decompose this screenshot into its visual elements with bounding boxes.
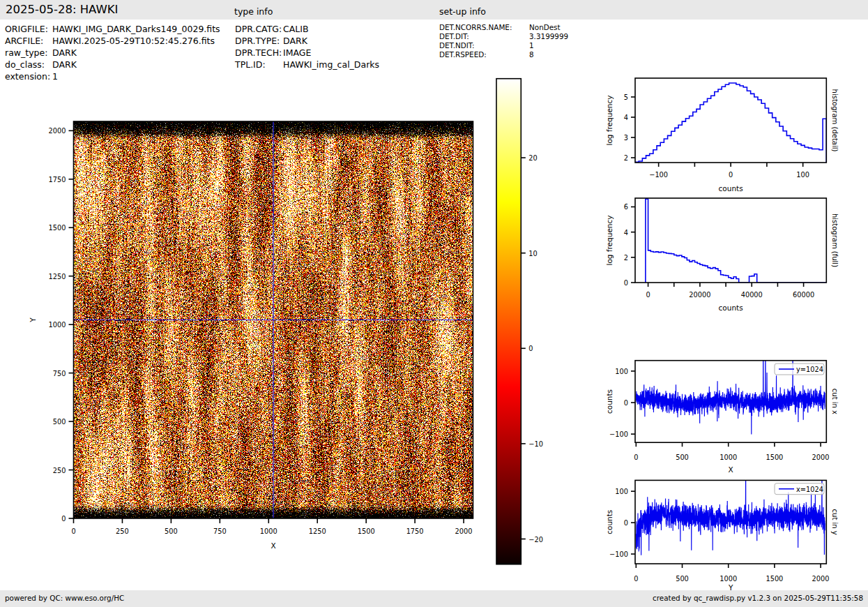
- y-axis-label: Y: [29, 317, 37, 323]
- y-tick-label: 500: [53, 418, 66, 426]
- y-tick-label: 2000: [49, 127, 66, 135]
- side-label: histogram (full): [831, 213, 839, 267]
- x-tick-label: 1500: [766, 575, 783, 583]
- x-tick-label: 1000: [719, 454, 737, 461]
- y-tick-label: 0: [61, 515, 66, 523]
- footer-band: powered by QC: www.eso.org/HC created by…: [0, 590, 868, 607]
- side-label: cut in x: [831, 389, 839, 414]
- x-tick-label: 1000: [719, 575, 737, 583]
- x-tick-label: 0: [646, 291, 650, 299]
- y-tick-label: 5: [624, 93, 628, 101]
- x-tick-label: 750: [213, 527, 227, 535]
- x-tick-label: 40000: [741, 291, 763, 299]
- axes-overlay: 0250500750100012501500175020000250500750…: [0, 0, 868, 607]
- y-tick-label: −100: [609, 430, 628, 438]
- footer-left: powered by QC: www.eso.org/HC: [5, 594, 124, 602]
- y-tick-label: 2: [624, 154, 628, 162]
- x-tick-label: 0: [634, 575, 638, 583]
- y-axis-label: log frequency: [605, 215, 614, 265]
- y-axis-label: counts: [605, 389, 614, 414]
- colorbar-tick-label: −10: [528, 440, 543, 448]
- y-tick-label: 100: [615, 488, 628, 495]
- x-tick-label: 2000: [455, 527, 473, 535]
- y-tick-label: 750: [53, 370, 66, 377]
- x-tick-label: 0: [634, 454, 638, 461]
- y-tick-label: 1500: [49, 224, 66, 232]
- x-tick-label: 60000: [793, 291, 814, 299]
- y-tick-label: 1000: [49, 321, 66, 329]
- y-tick-label: −100: [609, 550, 628, 558]
- side-label: histogram (detail): [831, 89, 839, 152]
- x-tick-label: 1750: [406, 527, 424, 535]
- y-tick-label: 3: [624, 134, 628, 142]
- x-tick-label: 100: [796, 171, 809, 179]
- qc-rawdisp-report: 2025-05-28: HAWKI type info set-up info …: [0, 0, 868, 607]
- y-tick-label: 6: [624, 203, 628, 211]
- x-tick-label: 500: [676, 454, 689, 461]
- x-tick-label: 250: [116, 527, 129, 535]
- chart-cut-x: 0500100015002000−1000100Xcountscut in xy…: [605, 308, 839, 474]
- x-tick-label: 1000: [260, 527, 277, 535]
- colorbar-tick-label: 10: [528, 250, 537, 257]
- x-tick-label: 20000: [689, 291, 710, 299]
- chart-main-image: 0250500750100012501500175020000250500750…: [29, 121, 473, 550]
- footer-right: created by qc_rawdisp.py v1.2.3 on 2025-…: [653, 594, 863, 602]
- x-tick-label: −100: [649, 171, 668, 179]
- y-axis-label: counts: [605, 510, 614, 534]
- colorbar: 20100−10−20: [496, 79, 543, 564]
- x-tick-label: 0: [729, 171, 733, 179]
- y-tick-label: 0: [624, 519, 628, 527]
- y-tick-label: 0: [624, 279, 628, 287]
- y-tick-label: 4: [624, 229, 628, 237]
- x-tick-label: 2000: [812, 454, 830, 461]
- x-tick-label: 1500: [766, 454, 783, 461]
- y-tick-label: 0: [624, 399, 628, 407]
- x-tick-label: 1500: [358, 527, 375, 535]
- y-tick-label: 100: [615, 368, 628, 375]
- chart-hist-detail: −10001002345countslog frequencyhistogram…: [605, 78, 839, 193]
- legend-label: x=1024: [796, 486, 823, 493]
- colorbar-gradient: [496, 79, 521, 564]
- histogram-line: [646, 199, 827, 283]
- histogram-line: [635, 83, 826, 163]
- y-tick-label: 4: [624, 114, 628, 121]
- x-tick-label: 500: [165, 527, 178, 535]
- legend-label: y=1024: [796, 366, 823, 373]
- x-axis-label: counts: [719, 184, 743, 193]
- colorbar-tick-label: 0: [528, 345, 533, 352]
- x-axis-label: X: [271, 541, 275, 550]
- y-tick-label: 1250: [49, 273, 66, 280]
- x-tick-label: 1250: [309, 527, 326, 535]
- x-tick-label: 2000: [812, 575, 830, 583]
- axes-spines: [635, 78, 826, 163]
- x-axis-label: counts: [719, 304, 743, 312]
- y-tick-label: 250: [53, 467, 66, 474]
- y-axis-label: log frequency: [605, 95, 614, 145]
- axes-spines: [635, 198, 826, 283]
- x-tick-label: 500: [676, 575, 689, 583]
- side-label: cut in y: [831, 509, 839, 535]
- x-tick-label: 0: [71, 527, 75, 535]
- x-axis-label: X: [729, 465, 733, 474]
- colorbar-tick-label: 20: [528, 154, 537, 162]
- y-tick-label: 1750: [49, 176, 66, 183]
- chart-hist-full: 02000040000600000246countslog frequencyh…: [605, 198, 839, 312]
- colorbar-tick-label: −20: [528, 536, 543, 544]
- y-tick-label: 2: [624, 254, 628, 262]
